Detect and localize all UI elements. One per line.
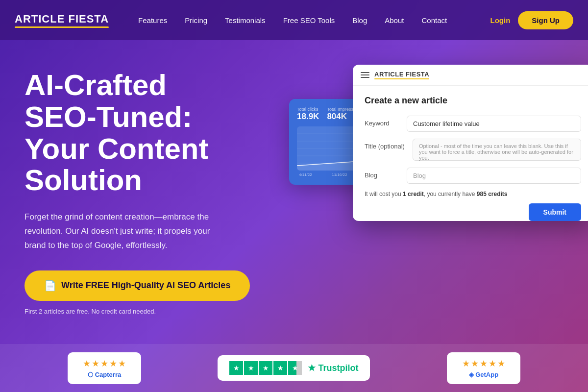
ga-star-4: ★ <box>489 358 496 369</box>
bottom-bar: ★ ★ ★ ★ ★ ⬡ Capterra ★ ★ ★ ★ ★ ★ Trustpi… <box>0 344 588 392</box>
tp-star-2: ★ <box>244 361 258 375</box>
trustpilot-label: ★ Trustpilot <box>308 363 358 373</box>
nav-features[interactable]: Features <box>138 16 167 24</box>
nav-pricing[interactable]: Pricing <box>185 16 207 24</box>
star-5: ★ <box>118 358 126 369</box>
nav-contact[interactable]: Contact <box>421 16 447 24</box>
logo-text: ARTICLE FIESTA <box>15 13 109 25</box>
nav-testimonials[interactable]: Testimonials <box>225 16 266 24</box>
blog-select[interactable]: Blog <box>407 168 581 184</box>
getapp-badge: ★ ★ ★ ★ ★ ◈ GetApp <box>447 352 520 384</box>
hamburger-line-1 <box>361 72 369 73</box>
nav-seo-tools[interactable]: Free SEO Tools <box>283 16 335 24</box>
capterra-badge: ★ ★ ★ ★ ★ ⬡ Capterra <box>68 352 141 384</box>
navbar: ARTICLE FIESTA Features Pricing Testimon… <box>0 0 588 40</box>
title-row: Title (optional) Optional - most of the … <box>365 139 581 161</box>
cta-note: First 2 articles are free. No credit car… <box>24 308 279 315</box>
hamburger-line-3 <box>361 77 369 78</box>
card-logo-underline <box>374 78 429 79</box>
card-logo: ARTICLE FIESTA <box>374 71 429 79</box>
nav-links: Features Pricing Testimonials Free SEO T… <box>138 16 490 24</box>
title-label: Title (optional) <box>365 139 405 150</box>
card-header: ARTICLE FIESTA <box>353 65 588 86</box>
submit-button[interactable]: Submit <box>529 203 581 221</box>
hero-right: Total clicks 18.9K Total Impressions 804… <box>289 60 568 344</box>
keyword-row: Keyword Customer lifetime value <box>365 116 581 132</box>
hamburger-line-2 <box>361 74 369 75</box>
ga-star-2: ★ <box>471 358 479 369</box>
cta-label: Write FREE High-Quality AI SEO Articles <box>61 280 230 291</box>
chart-label-0: 4/11/22 <box>299 172 312 177</box>
document-icon: 📄 <box>44 279 56 292</box>
keyword-label: Keyword <box>365 116 399 127</box>
stat-clicks: Total clicks 18.9K <box>297 107 319 122</box>
star-4: ★ <box>109 358 117 369</box>
star-3: ★ <box>100 358 108 369</box>
chart-label-1: 11/16/22 <box>332 172 347 177</box>
title-input[interactable]: Optional - most of the time you can leav… <box>413 139 581 161</box>
card-logo-text: ARTICLE FIESTA <box>374 71 429 78</box>
trustpilot-badge: ★ ★ ★ ★ ★ ★ Trustpilot <box>218 355 370 381</box>
card-title: Create a new article <box>365 96 581 106</box>
tp-star-4: ★ <box>273 361 287 375</box>
getapp-stars: ★ ★ ★ ★ ★ <box>462 358 505 369</box>
star-2: ★ <box>92 358 99 369</box>
hero-section: AI-CraftedSEO-Tuned:Your ContentSolution… <box>0 40 588 344</box>
credits-note: It will cost you 1 credit, you currently… <box>365 191 581 197</box>
capterra-label: ⬡ Capterra <box>88 371 121 378</box>
signup-button[interactable]: Sign Up <box>518 11 573 29</box>
trustpilot-stars: ★ ★ ★ ★ ★ <box>229 361 302 375</box>
hero-subtitle: Forget the grind of content creation—emb… <box>24 210 230 253</box>
keyword-input[interactable]: Customer lifetime value <box>407 116 581 132</box>
capterra-stars: ★ ★ ★ ★ ★ <box>83 358 126 369</box>
stat-clicks-value: 18.9K <box>297 112 319 122</box>
tp-star-3: ★ <box>259 361 272 375</box>
blog-label: Blog <box>365 168 399 179</box>
blog-row: Blog Blog <box>365 168 581 184</box>
tp-star-1: ★ <box>229 361 243 375</box>
star-1: ★ <box>83 358 91 369</box>
ga-star-5: ★ <box>497 358 505 369</box>
logo-underline <box>15 26 109 28</box>
card-body: Create a new article Keyword Customer li… <box>353 86 588 213</box>
ga-star-3: ★ <box>480 358 488 369</box>
nav-blog[interactable]: Blog <box>352 16 367 24</box>
nav-about[interactable]: About <box>385 16 404 24</box>
hero-left: AI-CraftedSEO-Tuned:Your ContentSolution… <box>24 60 279 344</box>
tp-star-5: ★ <box>288 361 302 375</box>
nav-actions: Login Sign Up <box>490 11 574 29</box>
login-button[interactable]: Login <box>490 16 511 24</box>
cta-button[interactable]: 📄 Write FREE High-Quality AI SEO Article… <box>24 270 250 301</box>
stat-clicks-label: Total clicks <box>297 107 319 112</box>
hamburger-icon[interactable] <box>361 72 369 78</box>
ga-star-1: ★ <box>462 358 470 369</box>
logo[interactable]: ARTICLE FIESTA <box>15 13 109 28</box>
getapp-label: ◈ GetApp <box>469 371 499 378</box>
hero-title: AI-CraftedSEO-Tuned:Your ContentSolution <box>24 70 279 196</box>
create-article-card: ARTICLE FIESTA Create a new article Keyw… <box>353 65 588 221</box>
